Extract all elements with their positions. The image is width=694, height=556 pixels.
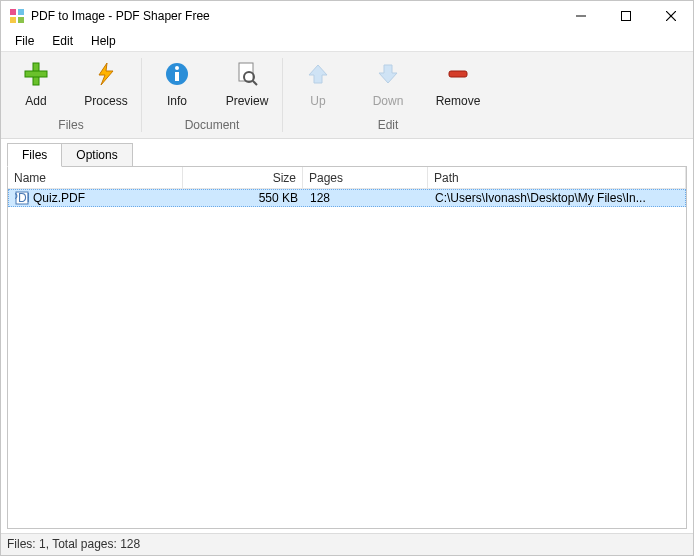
preview-icon xyxy=(233,60,261,88)
status-bar: Files: 1, Total pages: 128 xyxy=(1,533,693,555)
minimize-button[interactable] xyxy=(558,2,603,31)
group-document-label: Document xyxy=(142,114,282,138)
row-pages: 128 xyxy=(304,191,429,205)
menu-help[interactable]: Help xyxy=(83,32,124,50)
process-button[interactable]: Process xyxy=(71,52,141,114)
close-button[interactable] xyxy=(648,2,693,31)
svg-point-12 xyxy=(175,66,179,70)
rows-container: PDF Quiz.PDF 550 KB 128 C:\Users\Ivonash… xyxy=(8,189,686,528)
app-window: PDF to Image - PDF Shaper Free File Edit… xyxy=(0,0,694,556)
svg-text:PDF: PDF xyxy=(15,191,29,205)
column-pages[interactable]: Pages xyxy=(303,167,428,188)
title-bar: PDF to Image - PDF Shaper Free xyxy=(1,1,693,31)
svg-rect-0 xyxy=(10,9,16,15)
remove-label: Remove xyxy=(436,94,481,108)
group-files-label: Files xyxy=(1,114,141,138)
down-label: Down xyxy=(373,94,404,108)
column-headers: Name Size Pages Path xyxy=(8,167,686,189)
svg-rect-3 xyxy=(18,17,24,23)
row-path: C:\Users\Ivonash\Desktop\My Files\In... xyxy=(429,191,685,205)
row-name: Quiz.PDF xyxy=(33,191,85,205)
remove-button[interactable]: Remove xyxy=(423,52,493,114)
menu-bar: File Edit Help xyxy=(1,31,693,51)
svg-marker-10 xyxy=(99,63,113,85)
svg-rect-5 xyxy=(621,12,630,21)
file-list[interactable]: Name Size Pages Path PDF Quiz.PDF 550 KB… xyxy=(7,166,687,529)
lightning-icon xyxy=(92,60,120,88)
tab-files[interactable]: Files xyxy=(7,143,62,167)
svg-rect-9 xyxy=(25,71,47,77)
add-button[interactable]: Add xyxy=(1,52,71,114)
add-label: Add xyxy=(25,94,46,108)
preview-label: Preview xyxy=(226,94,269,108)
menu-file[interactable]: File xyxy=(7,32,42,50)
menu-edit[interactable]: Edit xyxy=(44,32,81,50)
process-label: Process xyxy=(84,94,127,108)
app-icon xyxy=(9,8,25,24)
svg-rect-13 xyxy=(175,72,179,81)
svg-marker-18 xyxy=(379,65,397,83)
column-name[interactable]: Name xyxy=(8,167,183,188)
arrow-down-icon xyxy=(374,60,402,88)
plus-icon xyxy=(22,60,50,88)
info-label: Info xyxy=(167,94,187,108)
toolbar: Add Process Files xyxy=(1,51,693,139)
column-size[interactable]: Size xyxy=(183,167,303,188)
window-title: PDF to Image - PDF Shaper Free xyxy=(31,9,558,23)
tab-options[interactable]: Options xyxy=(61,143,132,166)
svg-rect-1 xyxy=(18,9,24,15)
svg-rect-2 xyxy=(10,17,16,23)
up-label: Up xyxy=(310,94,325,108)
info-icon xyxy=(163,60,191,88)
tabs: Files Options xyxy=(1,143,693,166)
minus-icon xyxy=(444,60,472,88)
info-button[interactable]: Info xyxy=(142,52,212,114)
group-edit-label: Edit xyxy=(283,114,493,138)
arrow-up-icon xyxy=(304,60,332,88)
preview-button[interactable]: Preview xyxy=(212,52,282,114)
svg-line-16 xyxy=(253,81,257,85)
column-path[interactable]: Path xyxy=(428,167,686,188)
svg-rect-19 xyxy=(449,71,467,77)
maximize-button[interactable] xyxy=(603,2,648,31)
down-button[interactable]: Down xyxy=(353,52,423,114)
table-row[interactable]: PDF Quiz.PDF 550 KB 128 C:\Users\Ivonash… xyxy=(8,189,686,207)
up-button[interactable]: Up xyxy=(283,52,353,114)
svg-marker-17 xyxy=(309,65,327,83)
pdf-file-icon: PDF xyxy=(15,191,29,205)
row-size: 550 KB xyxy=(184,191,304,205)
